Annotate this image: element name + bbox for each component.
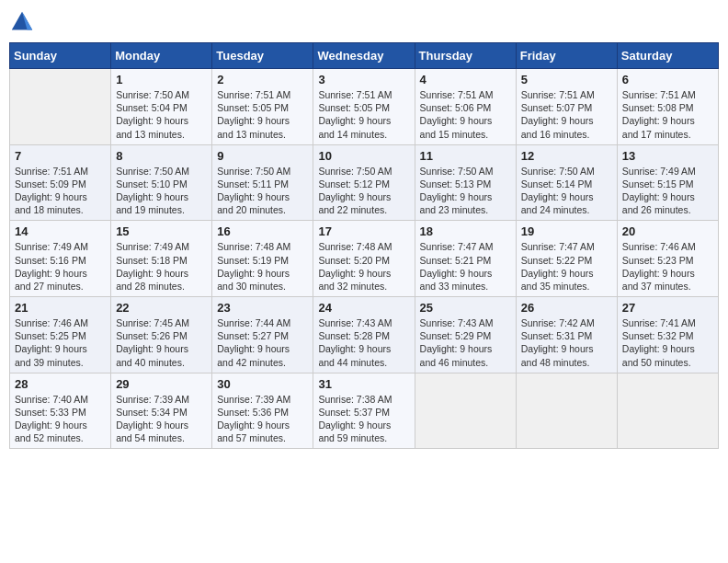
day-info: Sunrise: 7:49 AMSunset: 5:18 PMDaylight:… bbox=[116, 240, 207, 293]
day-number: 3 bbox=[318, 73, 409, 86]
day-info: Sunrise: 7:44 AMSunset: 5:27 PMDaylight:… bbox=[217, 316, 308, 369]
day-info: Sunrise: 7:51 AMSunset: 5:07 PMDaylight:… bbox=[521, 88, 612, 141]
day-cell: 28Sunrise: 7:40 AMSunset: 5:33 PMDayligh… bbox=[10, 373, 111, 449]
day-info: Sunrise: 7:38 AMSunset: 5:37 PMDaylight:… bbox=[318, 393, 409, 445]
day-info: Sunrise: 7:50 AMSunset: 5:10 PMDaylight:… bbox=[116, 165, 207, 217]
header-sunday: Sunday bbox=[10, 43, 111, 69]
day-number: 1 bbox=[116, 73, 207, 86]
day-cell bbox=[617, 373, 718, 449]
day-info: Sunrise: 7:49 AMSunset: 5:16 PMDaylight:… bbox=[15, 240, 106, 293]
day-cell: 22Sunrise: 7:45 AMSunset: 5:26 PMDayligh… bbox=[111, 297, 212, 373]
day-number: 30 bbox=[217, 377, 308, 391]
day-cell: 5Sunrise: 7:51 AMSunset: 5:07 PMDaylight… bbox=[516, 69, 617, 145]
header-friday: Friday bbox=[516, 43, 617, 69]
day-number: 16 bbox=[217, 224, 308, 238]
day-number: 10 bbox=[318, 149, 409, 163]
day-cell: 12Sunrise: 7:50 AMSunset: 5:14 PMDayligh… bbox=[516, 144, 617, 221]
day-info: Sunrise: 7:43 AMSunset: 5:29 PMDaylight:… bbox=[420, 316, 511, 369]
day-number: 22 bbox=[116, 301, 207, 315]
day-number: 13 bbox=[622, 149, 713, 163]
day-cell: 15Sunrise: 7:49 AMSunset: 5:18 PMDayligh… bbox=[111, 221, 212, 297]
day-number: 31 bbox=[318, 377, 409, 391]
day-info: Sunrise: 7:42 AMSunset: 5:31 PMDaylight:… bbox=[521, 316, 612, 369]
day-number: 4 bbox=[420, 73, 511, 86]
day-number: 8 bbox=[116, 149, 207, 163]
calendar-table: SundayMondayTuesdayWednesdayThursdayFrid… bbox=[9, 42, 719, 449]
day-number: 6 bbox=[622, 73, 713, 86]
page-header bbox=[9, 9, 719, 35]
day-number: 14 bbox=[15, 224, 106, 238]
day-info: Sunrise: 7:46 AMSunset: 5:25 PMDaylight:… bbox=[15, 316, 106, 369]
day-number: 26 bbox=[521, 301, 612, 315]
day-cell: 20Sunrise: 7:46 AMSunset: 5:23 PMDayligh… bbox=[617, 221, 718, 297]
day-info: Sunrise: 7:41 AMSunset: 5:32 PMDaylight:… bbox=[622, 316, 713, 369]
day-number: 27 bbox=[622, 301, 713, 315]
day-cell: 21Sunrise: 7:46 AMSunset: 5:25 PMDayligh… bbox=[10, 297, 111, 373]
day-info: Sunrise: 7:47 AMSunset: 5:21 PMDaylight:… bbox=[420, 240, 511, 293]
day-cell: 25Sunrise: 7:43 AMSunset: 5:29 PMDayligh… bbox=[415, 297, 516, 373]
day-number: 12 bbox=[521, 149, 612, 163]
day-cell: 16Sunrise: 7:48 AMSunset: 5:19 PMDayligh… bbox=[212, 221, 313, 297]
day-number: 18 bbox=[420, 224, 511, 238]
day-cell: 8Sunrise: 7:50 AMSunset: 5:10 PMDaylight… bbox=[111, 144, 212, 221]
day-cell: 30Sunrise: 7:39 AMSunset: 5:36 PMDayligh… bbox=[212, 373, 313, 449]
header-thursday: Thursday bbox=[415, 43, 516, 69]
day-number: 25 bbox=[420, 301, 511, 315]
header-tuesday: Tuesday bbox=[212, 43, 313, 69]
day-number: 9 bbox=[217, 149, 308, 163]
day-cell: 31Sunrise: 7:38 AMSunset: 5:37 PMDayligh… bbox=[313, 373, 415, 449]
day-cell: 19Sunrise: 7:47 AMSunset: 5:22 PMDayligh… bbox=[516, 221, 617, 297]
day-cell: 9Sunrise: 7:50 AMSunset: 5:11 PMDaylight… bbox=[212, 144, 313, 221]
day-cell: 13Sunrise: 7:49 AMSunset: 5:15 PMDayligh… bbox=[617, 144, 718, 221]
week-row-5: 28Sunrise: 7:40 AMSunset: 5:33 PMDayligh… bbox=[10, 373, 719, 449]
day-number: 17 bbox=[318, 224, 409, 238]
day-info: Sunrise: 7:39 AMSunset: 5:34 PMDaylight:… bbox=[116, 393, 207, 445]
day-cell: 4Sunrise: 7:51 AMSunset: 5:06 PMDaylight… bbox=[415, 69, 516, 145]
day-info: Sunrise: 7:39 AMSunset: 5:36 PMDaylight:… bbox=[217, 393, 308, 445]
day-number: 19 bbox=[521, 224, 612, 238]
day-info: Sunrise: 7:50 AMSunset: 5:04 PMDaylight:… bbox=[116, 88, 207, 141]
day-cell: 10Sunrise: 7:50 AMSunset: 5:12 PMDayligh… bbox=[313, 144, 415, 221]
day-info: Sunrise: 7:51 AMSunset: 5:08 PMDaylight:… bbox=[622, 88, 713, 141]
day-cell bbox=[415, 373, 516, 449]
day-number: 28 bbox=[15, 377, 106, 391]
day-info: Sunrise: 7:51 AMSunset: 5:09 PMDaylight:… bbox=[15, 165, 106, 217]
day-cell: 11Sunrise: 7:50 AMSunset: 5:13 PMDayligh… bbox=[415, 144, 516, 221]
header-saturday: Saturday bbox=[617, 43, 718, 69]
day-info: Sunrise: 7:47 AMSunset: 5:22 PMDaylight:… bbox=[521, 240, 612, 293]
day-number: 29 bbox=[116, 377, 207, 391]
day-number: 21 bbox=[15, 301, 106, 315]
day-info: Sunrise: 7:48 AMSunset: 5:20 PMDaylight:… bbox=[318, 240, 409, 293]
day-cell: 27Sunrise: 7:41 AMSunset: 5:32 PMDayligh… bbox=[617, 297, 718, 373]
day-cell: 24Sunrise: 7:43 AMSunset: 5:28 PMDayligh… bbox=[313, 297, 415, 373]
day-info: Sunrise: 7:40 AMSunset: 5:33 PMDaylight:… bbox=[15, 393, 106, 445]
header-row: SundayMondayTuesdayWednesdayThursdayFrid… bbox=[10, 43, 719, 69]
day-info: Sunrise: 7:51 AMSunset: 5:05 PMDaylight:… bbox=[318, 88, 409, 141]
day-info: Sunrise: 7:49 AMSunset: 5:15 PMDaylight:… bbox=[622, 165, 713, 217]
logo-icon bbox=[9, 9, 35, 35]
day-cell: 18Sunrise: 7:47 AMSunset: 5:21 PMDayligh… bbox=[415, 221, 516, 297]
day-cell bbox=[516, 373, 617, 449]
week-row-1: 1Sunrise: 7:50 AMSunset: 5:04 PMDaylight… bbox=[10, 69, 719, 145]
day-number: 2 bbox=[217, 73, 308, 86]
day-number: 7 bbox=[15, 149, 106, 163]
day-number: 15 bbox=[116, 224, 207, 238]
day-info: Sunrise: 7:46 AMSunset: 5:23 PMDaylight:… bbox=[622, 240, 713, 293]
day-number: 23 bbox=[217, 301, 308, 315]
day-info: Sunrise: 7:51 AMSunset: 5:06 PMDaylight:… bbox=[420, 88, 511, 141]
day-cell: 17Sunrise: 7:48 AMSunset: 5:20 PMDayligh… bbox=[313, 221, 415, 297]
day-cell: 23Sunrise: 7:44 AMSunset: 5:27 PMDayligh… bbox=[212, 297, 313, 373]
day-cell: 3Sunrise: 7:51 AMSunset: 5:05 PMDaylight… bbox=[313, 69, 415, 145]
day-cell: 1Sunrise: 7:50 AMSunset: 5:04 PMDaylight… bbox=[111, 69, 212, 145]
day-info: Sunrise: 7:51 AMSunset: 5:05 PMDaylight:… bbox=[217, 88, 308, 141]
day-cell: 14Sunrise: 7:49 AMSunset: 5:16 PMDayligh… bbox=[10, 221, 111, 297]
day-cell: 29Sunrise: 7:39 AMSunset: 5:34 PMDayligh… bbox=[111, 373, 212, 449]
day-cell: 6Sunrise: 7:51 AMSunset: 5:08 PMDaylight… bbox=[617, 69, 718, 145]
day-info: Sunrise: 7:50 AMSunset: 5:13 PMDaylight:… bbox=[420, 165, 511, 217]
day-info: Sunrise: 7:45 AMSunset: 5:26 PMDaylight:… bbox=[116, 316, 207, 369]
header-monday: Monday bbox=[111, 43, 212, 69]
day-number: 20 bbox=[622, 224, 713, 238]
logo bbox=[9, 9, 39, 35]
day-number: 24 bbox=[318, 301, 409, 315]
day-info: Sunrise: 7:43 AMSunset: 5:28 PMDaylight:… bbox=[318, 316, 409, 369]
